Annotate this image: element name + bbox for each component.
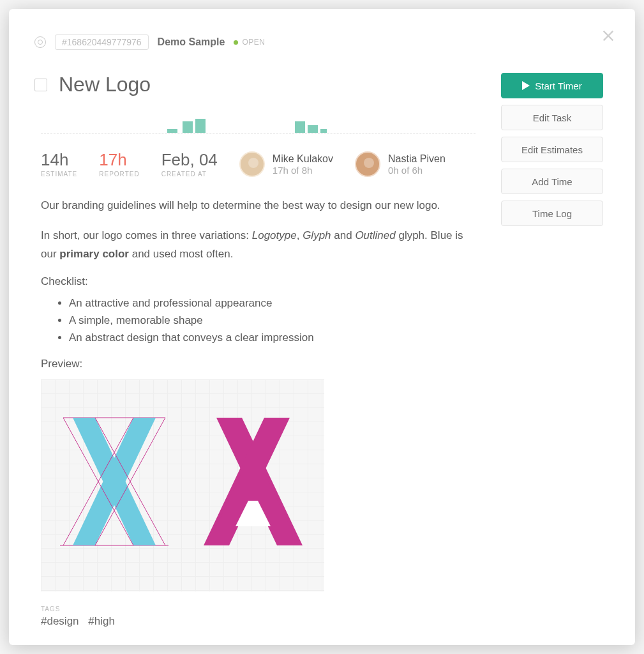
text: In short, our logo comes in three variat… (41, 229, 252, 241)
description-p2: In short, our logo comes in three variat… (41, 227, 476, 264)
text-glyph: Glyph (303, 229, 331, 241)
description-p1: Our branding guidelines will help to det… (41, 197, 476, 215)
assignee-name: Nastia Piven (388, 153, 446, 165)
play-icon (522, 81, 530, 90)
preview-image (41, 379, 324, 591)
spark-bar (195, 119, 206, 133)
tags-list: #design #high (41, 615, 476, 628)
created-stat: Feb, 04 CREATED AT (161, 151, 218, 178)
reported-value: 17h (99, 151, 139, 168)
tag[interactable]: #design (41, 615, 79, 627)
svg-marker-14 (522, 81, 530, 90)
spark-bar (308, 125, 318, 133)
task-modal: #168620449777976 Demo Sample OPEN New Lo… (9, 9, 635, 645)
tag[interactable]: #high (88, 615, 115, 627)
estimate-label: ESTIMATE (41, 171, 77, 178)
project-name[interactable]: Demo Sample (158, 36, 225, 48)
status-badge: OPEN (234, 38, 265, 47)
assignee-name: Mike Kulakov (273, 153, 333, 165)
created-label: CREATED AT (161, 171, 218, 178)
checklist-item: An attractive and professional appearanc… (69, 294, 476, 312)
spark-bar (167, 129, 177, 133)
estimate-value: 14h (41, 151, 77, 168)
stats-row: 14h ESTIMATE 17h REPORTED Feb, 04 CREATE… (41, 151, 476, 178)
button-label: Start Timer (535, 80, 581, 91)
project-icon (34, 36, 46, 48)
status-dot-icon (234, 40, 238, 45)
spark-bar (320, 129, 327, 133)
preview-label: Preview: (41, 358, 476, 370)
complete-checkbox[interactable] (34, 79, 47, 91)
task-id-badge[interactable]: #168620449777976 (55, 34, 149, 50)
tags-label: TAGS (41, 605, 476, 612)
edit-task-button[interactable]: Edit Task (501, 105, 603, 130)
close-button[interactable] (599, 27, 617, 45)
text-primary-color: primary color (59, 248, 129, 260)
status-text: OPEN (242, 38, 265, 47)
close-icon (601, 29, 615, 43)
assignee-0[interactable]: Mike Kulakov 17h of 8h (239, 151, 333, 177)
estimate-stat: 14h ESTIMATE (41, 151, 77, 178)
text-logotype: Logotype (252, 229, 297, 241)
edit-estimates-button[interactable]: Edit Estimates (501, 137, 603, 162)
avatar (355, 151, 380, 177)
text: and (331, 229, 356, 241)
avatar (239, 151, 265, 177)
spark-bar (183, 121, 193, 133)
checklist-item: An abstract design that conveys a clear … (69, 329, 476, 346)
add-time-button[interactable]: Add Time (501, 169, 603, 194)
reported-label: REPORTED (99, 171, 139, 178)
checklist-item: A simple, memorable shape (69, 312, 476, 329)
task-title: New Logo (59, 73, 151, 96)
text-outlined: Outlined (355, 229, 395, 241)
text: and used most often. (129, 248, 234, 260)
checklist-heading: Checklist: (41, 275, 476, 288)
side-actions: Start Timer Edit Task Edit Estimates Add… (501, 73, 603, 628)
checklist: An attractive and professional appearanc… (69, 294, 476, 347)
text: , (297, 229, 303, 241)
reported-stat: 17h REPORTED (99, 151, 139, 178)
time-log-button[interactable]: Time Log (501, 201, 603, 226)
time-sparkline (41, 114, 476, 133)
main-column: New Logo 14h ESTIMATE 17h REPORTED Feb, … (41, 73, 476, 628)
assignee-hours: 0h of 6h (388, 165, 446, 176)
assignee-hours: 17h of 8h (273, 165, 333, 176)
logo-preview-svg (41, 379, 324, 591)
spark-bar (295, 121, 305, 133)
assignee-1[interactable]: Nastia Piven 0h of 6h (355, 151, 446, 177)
breadcrumb: #168620449777976 Demo Sample OPEN (34, 34, 603, 50)
start-timer-button[interactable]: Start Timer (501, 73, 603, 98)
created-value: Feb, 04 (161, 151, 218, 168)
